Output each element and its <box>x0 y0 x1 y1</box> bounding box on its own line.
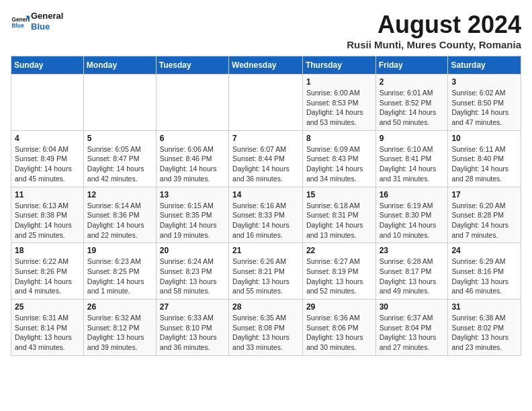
svg-text:Blue: Blue <box>11 22 24 29</box>
calendar-cell: 17Sunrise: 6:20 AM Sunset: 8:28 PM Dayli… <box>448 187 521 243</box>
calendar-cell: 16Sunrise: 6:19 AM Sunset: 8:30 PM Dayli… <box>375 187 448 243</box>
calendar-cell: 2Sunrise: 6:01 AM Sunset: 8:52 PM Daylig… <box>375 75 448 131</box>
day-info: Sunrise: 6:31 AM Sunset: 8:14 PM Dayligh… <box>15 313 80 353</box>
calendar-cell: 21Sunrise: 6:26 AM Sunset: 8:21 PM Dayli… <box>229 243 303 300</box>
calendar-cell: 19Sunrise: 6:23 AM Sunset: 8:25 PM Dayli… <box>83 243 156 300</box>
day-number: 8 <box>306 134 372 143</box>
calendar-cell <box>11 75 84 131</box>
day-number: 23 <box>380 246 445 255</box>
page-header: General Blue General Blue August 2024 Ru… <box>11 11 521 50</box>
day-info: Sunrise: 6:11 AM Sunset: 8:40 PM Dayligh… <box>451 144 517 184</box>
day-number: 30 <box>380 302 445 312</box>
calendar-week-row: 25Sunrise: 6:31 AM Sunset: 8:14 PM Dayli… <box>11 300 521 356</box>
title-area: August 2024 Rusii Munti, Mures County, R… <box>347 11 521 50</box>
day-info: Sunrise: 6:06 AM Sunset: 8:46 PM Dayligh… <box>160 144 225 184</box>
day-number: 4 <box>15 134 80 143</box>
day-number: 27 <box>160 302 225 312</box>
calendar-cell: 12Sunrise: 6:14 AM Sunset: 8:36 PM Dayli… <box>83 187 156 243</box>
logo-icon: General Blue <box>11 12 30 31</box>
day-number: 1 <box>306 77 372 87</box>
day-info: Sunrise: 6:24 AM Sunset: 8:23 PM Dayligh… <box>160 257 225 296</box>
calendar-cell: 22Sunrise: 6:27 AM Sunset: 8:19 PM Dayli… <box>302 243 375 300</box>
calendar-week-row: 4Sunrise: 6:04 AM Sunset: 8:49 PM Daylig… <box>11 130 521 187</box>
calendar-header-sunday: Sunday <box>11 56 84 75</box>
calendar-cell <box>156 75 228 131</box>
day-number: 13 <box>160 190 225 199</box>
day-info: Sunrise: 6:20 AM Sunset: 8:28 PM Dayligh… <box>451 201 517 240</box>
calendar-cell <box>229 75 303 131</box>
calendar-cell: 9Sunrise: 6:10 AM Sunset: 8:41 PM Daylig… <box>375 130 448 187</box>
day-info: Sunrise: 6:01 AM Sunset: 8:52 PM Dayligh… <box>380 88 445 128</box>
day-number: 25 <box>15 302 80 312</box>
subtitle: Rusii Munti, Mures County, Romania <box>347 39 521 50</box>
calendar-cell: 4Sunrise: 6:04 AM Sunset: 8:49 PM Daylig… <box>11 130 84 187</box>
main-title: August 2024 <box>347 11 521 39</box>
day-info: Sunrise: 6:02 AM Sunset: 8:50 PM Dayligh… <box>451 88 517 128</box>
day-info: Sunrise: 6:16 AM Sunset: 8:33 PM Dayligh… <box>232 201 299 240</box>
day-number: 31 <box>451 302 517 312</box>
calendar-table: SundayMondayTuesdayWednesdayThursdayFrid… <box>11 56 521 356</box>
calendar-cell: 23Sunrise: 6:28 AM Sunset: 8:17 PM Dayli… <box>375 243 448 300</box>
calendar-header-monday: Monday <box>83 56 156 75</box>
day-info: Sunrise: 6:33 AM Sunset: 8:10 PM Dayligh… <box>160 313 225 353</box>
day-number: 24 <box>451 246 517 255</box>
calendar-body: 1Sunrise: 6:00 AM Sunset: 8:53 PM Daylig… <box>11 75 521 356</box>
day-number: 7 <box>232 134 299 143</box>
calendar-cell: 1Sunrise: 6:00 AM Sunset: 8:53 PM Daylig… <box>302 75 375 131</box>
day-info: Sunrise: 6:09 AM Sunset: 8:43 PM Dayligh… <box>306 144 372 184</box>
calendar-cell: 15Sunrise: 6:18 AM Sunset: 8:31 PM Dayli… <box>302 187 375 243</box>
calendar-cell: 28Sunrise: 6:35 AM Sunset: 8:08 PM Dayli… <box>229 300 303 356</box>
day-number: 11 <box>15 190 80 199</box>
day-number: 20 <box>160 246 225 255</box>
day-number: 12 <box>87 190 152 199</box>
day-info: Sunrise: 6:29 AM Sunset: 8:16 PM Dayligh… <box>451 257 517 296</box>
calendar-cell: 6Sunrise: 6:06 AM Sunset: 8:46 PM Daylig… <box>156 130 228 187</box>
calendar-cell: 13Sunrise: 6:15 AM Sunset: 8:35 PM Dayli… <box>156 187 228 243</box>
day-info: Sunrise: 6:00 AM Sunset: 8:53 PM Dayligh… <box>306 88 372 128</box>
calendar-cell: 31Sunrise: 6:38 AM Sunset: 8:02 PM Dayli… <box>448 300 521 356</box>
day-info: Sunrise: 6:13 AM Sunset: 8:38 PM Dayligh… <box>15 201 80 240</box>
logo: General Blue General Blue <box>11 11 63 32</box>
calendar-cell: 29Sunrise: 6:36 AM Sunset: 8:06 PM Dayli… <box>302 300 375 356</box>
day-number: 16 <box>380 190 445 199</box>
calendar-header-tuesday: Tuesday <box>156 56 228 75</box>
day-number: 21 <box>232 246 299 255</box>
calendar-cell: 30Sunrise: 6:37 AM Sunset: 8:04 PM Dayli… <box>375 300 448 356</box>
calendar-cell: 25Sunrise: 6:31 AM Sunset: 8:14 PM Dayli… <box>11 300 84 356</box>
day-number: 26 <box>87 302 152 312</box>
calendar-cell: 8Sunrise: 6:09 AM Sunset: 8:43 PM Daylig… <box>302 130 375 187</box>
calendar-cell: 26Sunrise: 6:32 AM Sunset: 8:12 PM Dayli… <box>83 300 156 356</box>
calendar-cell: 10Sunrise: 6:11 AM Sunset: 8:40 PM Dayli… <box>448 130 521 187</box>
day-info: Sunrise: 6:27 AM Sunset: 8:19 PM Dayligh… <box>306 257 372 296</box>
day-number: 29 <box>306 302 372 312</box>
calendar-cell <box>83 75 156 131</box>
day-info: Sunrise: 6:26 AM Sunset: 8:21 PM Dayligh… <box>232 257 299 296</box>
day-info: Sunrise: 6:10 AM Sunset: 8:41 PM Dayligh… <box>380 144 445 184</box>
day-info: Sunrise: 6:04 AM Sunset: 8:49 PM Dayligh… <box>15 144 80 184</box>
calendar-header-row: SundayMondayTuesdayWednesdayThursdayFrid… <box>11 56 521 75</box>
day-number: 14 <box>232 190 299 199</box>
calendar-cell: 14Sunrise: 6:16 AM Sunset: 8:33 PM Dayli… <box>229 187 303 243</box>
calendar-cell: 5Sunrise: 6:05 AM Sunset: 8:47 PM Daylig… <box>83 130 156 187</box>
day-number: 5 <box>87 134 152 143</box>
day-number: 17 <box>451 190 517 199</box>
day-info: Sunrise: 6:36 AM Sunset: 8:06 PM Dayligh… <box>306 313 372 353</box>
calendar-cell: 18Sunrise: 6:22 AM Sunset: 8:26 PM Dayli… <box>11 243 84 300</box>
calendar-cell: 27Sunrise: 6:33 AM Sunset: 8:10 PM Dayli… <box>156 300 228 356</box>
calendar-week-row: 1Sunrise: 6:00 AM Sunset: 8:53 PM Daylig… <box>11 75 521 131</box>
day-info: Sunrise: 6:19 AM Sunset: 8:30 PM Dayligh… <box>380 201 445 240</box>
day-info: Sunrise: 6:22 AM Sunset: 8:26 PM Dayligh… <box>15 257 80 296</box>
calendar-cell: 11Sunrise: 6:13 AM Sunset: 8:38 PM Dayli… <box>11 187 84 243</box>
calendar-header-saturday: Saturday <box>448 56 521 75</box>
day-number: 22 <box>306 246 372 255</box>
day-info: Sunrise: 6:23 AM Sunset: 8:25 PM Dayligh… <box>87 257 152 296</box>
day-number: 10 <box>451 134 517 143</box>
day-info: Sunrise: 6:05 AM Sunset: 8:47 PM Dayligh… <box>87 144 152 184</box>
calendar-week-row: 11Sunrise: 6:13 AM Sunset: 8:38 PM Dayli… <box>11 187 521 243</box>
day-number: 6 <box>160 134 225 143</box>
calendar-header-wednesday: Wednesday <box>229 56 303 75</box>
day-info: Sunrise: 6:18 AM Sunset: 8:31 PM Dayligh… <box>306 201 372 240</box>
day-number: 18 <box>15 246 80 255</box>
day-number: 19 <box>87 246 152 255</box>
day-number: 9 <box>380 134 445 143</box>
